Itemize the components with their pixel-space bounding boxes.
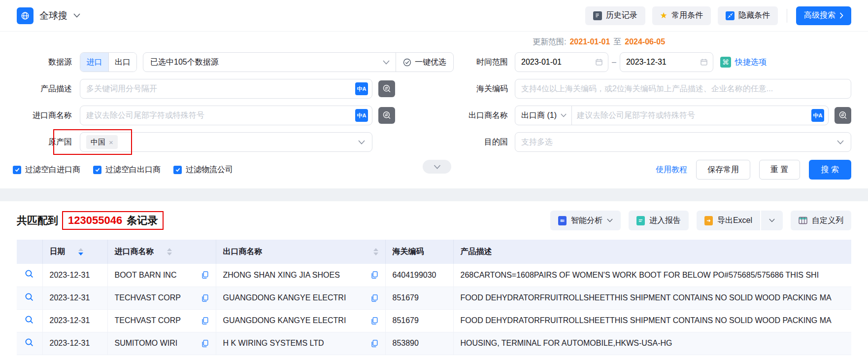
sort-icons[interactable]	[78, 248, 83, 255]
table-row[interactable]: 2023-12-31 TECHVAST CORP GUANGDONG KANGY…	[17, 287, 851, 309]
advanced-search-button[interactable]: 高级搜索	[796, 6, 851, 25]
data-source-label: 数据源	[13, 57, 72, 68]
destination-input[interactable]	[521, 138, 837, 146]
cell-exporter[interactable]: GUANGDONG KANGYE ELECTRI	[223, 316, 366, 325]
copy-icon[interactable]	[370, 317, 378, 325]
sort-icons[interactable]	[167, 248, 172, 255]
check-circle-icon	[403, 58, 411, 67]
importer-input[interactable]	[86, 111, 355, 120]
divider	[571, 106, 572, 125]
cell-date: 2023-12-31	[42, 287, 107, 309]
copy-icon[interactable]	[370, 339, 378, 348]
checkbox-checked-icon	[93, 166, 101, 174]
export-excel-label: 导出Excel	[717, 216, 752, 226]
importer-input-group: 中A	[80, 106, 372, 125]
exporter-type-select[interactable]: 出口商 (1)	[521, 110, 571, 121]
favorites-button[interactable]: ★ 常用条件	[652, 6, 711, 25]
cell-date: 2023-12-31	[42, 264, 107, 287]
synonym-search-icon[interactable]	[378, 80, 395, 97]
chevron-down-icon	[607, 218, 613, 222]
exporter-input[interactable]	[577, 111, 811, 120]
quick-options-button[interactable]: ⌘ 快捷选项	[720, 57, 767, 68]
hs-code-input[interactable]	[521, 84, 847, 93]
copy-icon[interactable]	[201, 294, 209, 302]
custom-columns-button[interactable]: 自定义列	[791, 211, 851, 230]
export-options-button[interactable]	[760, 211, 783, 230]
export-tab[interactable]: 出口	[108, 53, 136, 72]
origin-country-tag: 中国 ×	[86, 135, 118, 149]
chevron-down-icon	[837, 140, 847, 145]
tutorial-link[interactable]: 使用教程	[656, 165, 687, 175]
search-button[interactable]: 搜 索	[809, 160, 851, 180]
translate-icon[interactable]: 中A	[355, 109, 368, 122]
importer-label: 进口商名称	[13, 110, 72, 121]
destination-select[interactable]	[515, 132, 851, 152]
export-excel-button[interactable]: 导出Excel	[697, 211, 760, 230]
enter-report-button[interactable]: 进入报告	[629, 211, 689, 230]
cell-importer[interactable]: BOOT BARN INC	[115, 271, 196, 280]
chevron-down-icon[interactable]	[73, 13, 80, 18]
quick-options-label: 快捷选项	[735, 57, 767, 68]
cell-exporter[interactable]: GUANGDONG KANGYE ELECTRI	[223, 293, 366, 302]
row-detail-search-icon[interactable]	[25, 338, 34, 347]
header-hs-code: 海关编码	[385, 240, 453, 264]
hs-code-row: 海关编码	[459, 79, 851, 99]
save-common-button[interactable]: 保存常用	[696, 160, 750, 180]
expand-more-button[interactable]	[423, 160, 451, 174]
exporter-row: 出口商名称 出口商 (1) 中A	[459, 106, 851, 125]
data-source-row: 数据源 进口 出口 已选中105个数据源 一键优选	[13, 52, 454, 72]
app-brand[interactable]: 全球搜	[17, 7, 80, 24]
smart-analysis-label: 智能分析	[571, 216, 602, 226]
copy-icon[interactable]	[370, 294, 378, 302]
smart-analysis-button[interactable]: BI 智能分析	[550, 211, 621, 230]
copy-icon[interactable]	[370, 271, 378, 279]
table-header-row: 日期 进口商名称 出口商名称 海关编码 产品描述	[17, 240, 851, 264]
hide-conditions-button[interactable]: 隐藏条件	[718, 6, 778, 25]
hs-code-input-group	[515, 79, 851, 99]
update-range-note: 更新范围: 2021-01-01 至 2024-06-05	[459, 36, 851, 48]
sort-icons[interactable]	[373, 248, 378, 255]
copy-icon[interactable]	[201, 271, 209, 279]
copy-icon[interactable]	[201, 317, 209, 325]
filter-logistics-checkbox[interactable]: 过滤物流公司	[173, 165, 233, 175]
exporter-input-group: 出口商 (1) 中A	[515, 106, 829, 125]
product-desc-input[interactable]	[86, 84, 355, 93]
data-source-select[interactable]: 已选中105个数据源 一键优选	[143, 52, 454, 72]
header-date[interactable]: 日期	[42, 240, 107, 264]
reset-button[interactable]: 重 置	[759, 160, 800, 180]
header-exporter[interactable]: 出口商名称	[216, 240, 385, 264]
start-date-input[interactable]	[521, 58, 595, 67]
cell-importer[interactable]: TECHVAST CORP	[115, 316, 196, 325]
cell-exporter[interactable]: H K WIRING SYSTEMS LTD	[223, 339, 366, 348]
table-row[interactable]: 2023-12-31 BOOT BARN INC ZHONG SHAN XING…	[17, 264, 851, 287]
one-click-optimize-button[interactable]: 一键优选	[396, 57, 453, 68]
tag-remove-icon[interactable]: ×	[109, 139, 113, 146]
table-row[interactable]: 2023-12-31 TECHVAST CORP GUANGDONG KANGY…	[17, 309, 851, 332]
collapse-icon	[726, 11, 734, 20]
translate-icon[interactable]: 中A	[355, 82, 368, 95]
cell-date: 2023-12-31	[42, 309, 107, 332]
filter-blank-importer-checkbox[interactable]: 过滤空白进口商	[13, 165, 80, 175]
origin-country-select[interactable]: 中国 ×	[80, 132, 372, 152]
row-detail-search-icon[interactable]	[25, 269, 34, 279]
record-count-highlight-box: 123055046 条记录	[62, 211, 164, 230]
end-date-input[interactable]	[626, 58, 700, 67]
cell-importer[interactable]: TECHVAST CORP	[115, 293, 196, 302]
update-range-to: 至	[613, 37, 621, 47]
filter-blank-exporter-checkbox[interactable]: 过滤空白出口商	[93, 165, 161, 175]
synonym-search-icon[interactable]	[835, 107, 851, 124]
copy-icon[interactable]	[201, 339, 209, 348]
synonym-search-icon[interactable]	[378, 107, 395, 124]
row-detail-search-icon[interactable]	[25, 315, 34, 325]
top-bar-actions: 历史记录 ★ 常用条件 隐藏条件 高级搜索	[585, 6, 851, 25]
translate-icon[interactable]: 中A	[811, 109, 824, 122]
calendar-icon	[595, 58, 603, 66]
header-importer[interactable]: 进口商名称	[107, 240, 216, 264]
row-detail-search-icon[interactable]	[25, 292, 34, 302]
cell-exporter[interactable]: ZHONG SHAN XING JIA SHOES	[223, 271, 366, 280]
product-desc-row: 产品描述 中A	[13, 79, 454, 99]
table-row[interactable]: 2023-12-31 SUMITOMO WIRI H K WIRING SYST…	[17, 332, 851, 355]
import-tab[interactable]: 进口	[80, 53, 108, 72]
cell-importer[interactable]: SUMITOMO WIRI	[115, 339, 196, 348]
history-button[interactable]: 历史记录	[585, 6, 645, 25]
